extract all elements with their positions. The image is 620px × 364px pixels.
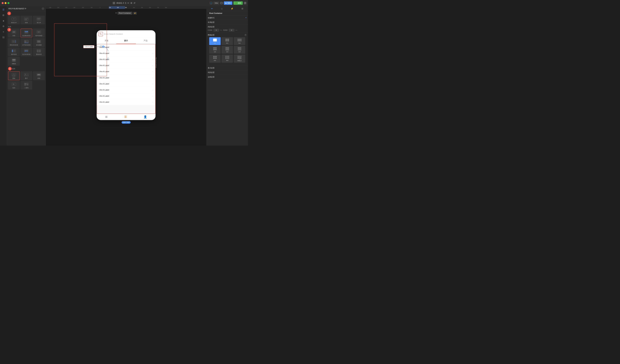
row-spacing-input[interactable]: 0 [214,29,219,31]
scroll-view-component[interactable]: 滚动视图 [33,38,45,47]
grid-1x3[interactable]: 1x3 [221,46,233,54]
grid-2x1[interactable]: 2x1 [221,37,233,45]
plugins-icon[interactable]: ⚙ [1,24,6,28]
components-icon[interactable]: ⊞ [1,13,6,17]
grid-custom[interactable]: 自定义 [234,55,245,63]
links-icon[interactable]: ⛓ [1,35,6,39]
phone-size-badge: 428 × 926 [122,121,131,123]
stack-label: 堆叠器 [12,63,16,65]
bottom-nav-list[interactable]: ☰ [124,115,127,119]
connector-dot[interactable]: ◉ [102,46,105,48]
loop-container-component[interactable]: 循环容器 [8,47,20,56]
svg-rect-11 [13,31,15,33]
lightning-icon[interactable]: ⚡ [231,7,233,10]
plugin-icon[interactable]: ⚙ [130,2,132,4]
data-icon[interactable]: ≡ [1,30,6,34]
list-item-3[interactable]: I Am A Label › [97,56,155,62]
edit-icon[interactable]: ✏ [127,2,129,4]
pen-icon[interactable]: ✏ [211,7,213,10]
lightning-icon[interactable]: ⚡ [133,12,137,15]
collapse-button[interactable]: ‹ [42,7,45,10]
grid-1x2[interactable]: 1x2 [209,46,221,54]
svg-rect-67 [28,85,28,85]
label-icon: T [11,17,17,21]
svg-rect-40 [37,50,39,51]
device-icon[interactable]: 📱 [220,2,223,4]
phone-outer: Enter Search Content 开发 设计 产品 [96,30,155,120]
moon-icon[interactable]: 🌑 [210,2,212,4]
svg-rect-111 [228,57,229,58]
bottom-nav-profile[interactable]: 👤 [143,115,147,119]
assets-icon[interactable]: ◈ [1,18,6,23]
spacing-settings-section-2[interactable]: 间距设置 [206,70,248,75]
preview-button[interactable]: ▶ 预览 [224,1,232,5]
component-switcher[interactable]: 组件切换器 [33,29,45,37]
svg-rect-118 [238,57,239,59]
list-item-9[interactable]: I Am A Label › [97,93,155,99]
help-icon[interactable]: ? [244,34,247,36]
grid-icon[interactable]: ⊞ [241,7,243,10]
dynamic-data-container-component[interactable]: 动态数据容器 [20,29,32,37]
horizontal-scroll-component[interactable]: 水平滚动容器 [20,38,32,47]
publish-button[interactable]: 🌿 发布 [233,1,243,5]
close-button[interactable] [2,2,4,4]
tab-design[interactable]: 设计 [116,38,136,44]
grid-1x4[interactable]: 1x4 [234,46,245,54]
list-item-2[interactable]: I Am A Label › [97,50,155,56]
flow-list-icon [24,49,29,53]
label-text-component[interactable]: T 标签文本 [8,16,20,24]
list-item-5[interactable]: I Am A Label › [97,69,155,75]
repeat-container-component[interactable]: 重复容器 [33,47,45,56]
list-item-7[interactable]: I Am A Label › [97,81,155,87]
main-layout: ☰ ⊞ ◈ ⚙ ≡ ⛓ 将组件拖拽到编辑区中 ‹ 1 文本 T [0,6,248,146]
carousel-component[interactable]: 轮转 [8,81,20,90]
canvas-content[interactable]: ⠿ Root Container ⚡ ▶ I Am A Label ◉ [46,6,206,143]
carousel-icon [11,82,17,86]
paragraph-component[interactable]: 段落 [20,16,32,24]
minimize-button[interactable] [4,2,6,4]
grid-2x2[interactable]: 2x2 [209,55,221,63]
grid-3x3[interactable]: 3x3 [221,55,233,63]
canvas-area[interactable]: -600 -500 -400 -300 -200 -100 0 100 200 … [46,6,206,146]
bottom-nav-home[interactable]: ⊞ [105,115,108,119]
tab-dev[interactable]: 开发 [97,38,116,44]
border-settings-section[interactable]: 边框设置 [206,75,248,79]
svg-rect-110 [227,57,228,58]
doc-icon: □ [113,2,115,4]
grid-3x1[interactable]: 3x1 [234,37,245,45]
button-component[interactable]: BTN 按钮 [33,71,45,80]
copy-icon[interactable]: ⎘ [125,2,126,4]
stack-component[interactable]: 堆叠器 [8,57,20,65]
search-placeholder[interactable]: Enter Search Content [104,33,154,35]
grid-1x1[interactable]: 1x1 [209,37,221,45]
tab-product[interactable]: 产品 [136,38,155,44]
maximize-button[interactable] [7,2,9,4]
icon-component[interactable]: 图标 [8,71,20,80]
layers-icon[interactable]: ☰ [1,7,6,12]
zoom-button[interactable]: 76% [214,1,219,4]
display-settings-section[interactable]: 显示设置 [206,66,248,70]
vertical-scroll-component[interactable]: 垂直滚动容器 [8,38,20,47]
add-style-button[interactable]: + [246,17,247,19]
layout-settings-section[interactable]: 布局设置 [206,20,248,25]
search-icon-box[interactable] [98,32,103,36]
row-unit: PX [220,29,222,31]
svg-rect-107 [227,56,228,57]
qrcode-component[interactable]: 二维码 [20,81,32,90]
app-title: 未命名-3 [116,2,124,4]
drag-handle[interactable]: ⠿ [115,12,117,14]
image-component[interactable]: 图片 [20,71,32,80]
list-item-4[interactable]: I Am A Label › [97,62,155,69]
list-item-8[interactable]: I Am A Label › [97,87,155,93]
history-icon[interactable]: ↺ [134,2,135,4]
share-icon[interactable]: ↗ [244,2,246,4]
icon-icon [11,73,17,77]
diamond-icon[interactable]: ◇ [221,7,223,10]
flow-list-component[interactable]: 流式布局列表 [20,47,32,56]
grid-2x2-icon [213,56,217,59]
list-item-6[interactable]: I Am A Label › [97,75,155,81]
rich-text-component[interactable]: 富文本 [33,16,45,24]
list-item-1[interactable]: I Am A Label › [97,44,155,50]
col-spacing-input[interactable]: 0 [229,29,234,31]
list-item-10[interactable]: I Am A Label › [97,99,155,105]
